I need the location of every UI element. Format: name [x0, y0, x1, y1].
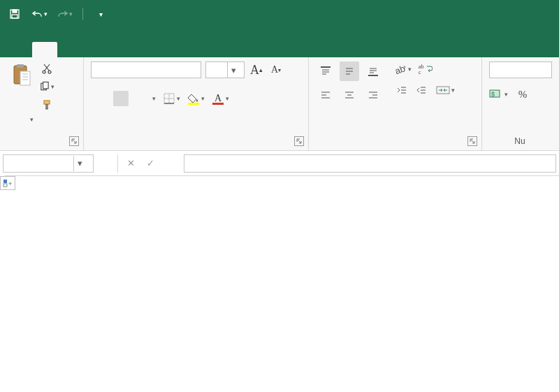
formula-bar: ▾ ✕ ✓: [0, 151, 559, 176]
tab-formulas[interactable]: [108, 42, 133, 57]
font-dialog-launcher[interactable]: [294, 136, 304, 146]
svg-rect-54: [3, 184, 7, 187]
svg-text:A: A: [215, 93, 222, 103]
cancel-formula-icon[interactable]: ✕: [121, 154, 140, 173]
alignment-dialog-launcher[interactable]: [467, 136, 477, 146]
svg-rect-12: [43, 82, 49, 88]
svg-rect-50: [437, 87, 449, 94]
enter-formula-icon[interactable]: ✓: [140, 154, 160, 173]
svg-rect-20: [212, 103, 224, 105]
align-middle-icon[interactable]: [340, 61, 359, 81]
align-bottom-icon[interactable]: [363, 61, 383, 81]
svg-point-10: [48, 71, 51, 73]
svg-rect-18: [188, 103, 199, 105]
tab-help[interactable]: [208, 42, 233, 57]
font-name-input[interactable]: [92, 62, 222, 78]
name-box[interactable]: ▾: [3, 154, 94, 173]
chevron-down-icon[interactable]: ▾: [73, 156, 86, 171]
qat-separator: [82, 8, 83, 20]
insert-function-icon[interactable]: [160, 154, 180, 173]
svg-rect-53: [3, 180, 7, 183]
tab-data[interactable]: [133, 42, 158, 57]
tab-view[interactable]: [183, 42, 208, 57]
svg-text:ab: ab: [394, 63, 407, 75]
borders-button[interactable]: ▾: [163, 92, 180, 105]
percent-style-icon[interactable]: %: [515, 87, 530, 102]
svg-rect-4: [17, 64, 24, 68]
svg-text:+: +: [8, 180, 12, 187]
chevron-down-icon[interactable]: ▾: [227, 62, 240, 78]
ribbon-group-font: ▾ ▾ A▴ A▾ ▾ ▾ ▾ A▾: [84, 57, 309, 150]
underline-button[interactable]: ▾: [136, 91, 156, 106]
cut-icon[interactable]: [39, 61, 55, 75]
shrink-font-icon[interactable]: A▾: [268, 62, 284, 78]
formula-input[interactable]: [184, 154, 556, 173]
font-name-combo[interactable]: ▾: [91, 61, 201, 78]
redo-icon[interactable]: ▾: [57, 6, 73, 22]
autofill-options-icon[interactable]: +: [0, 176, 15, 190]
tab-file[interactable]: [7, 42, 32, 57]
tab-review[interactable]: [158, 42, 183, 57]
paste-button[interactable]: ▾: [29, 116, 34, 123]
tab-page-layout[interactable]: [82, 42, 108, 57]
wrap-text-icon[interactable]: abc: [419, 61, 433, 77]
fill-color-button[interactable]: ▾: [187, 92, 205, 105]
copy-icon[interactable]: ▾: [39, 80, 55, 94]
accounting-format-button[interactable]: $▾: [489, 87, 508, 102]
paste-icon[interactable]: [7, 61, 35, 112]
number-format-combo[interactable]: [489, 61, 552, 78]
quick-access-toolbar: ▾ ▾ ▾: [0, 0, 559, 28]
font-size-combo[interactable]: ▾: [205, 61, 245, 78]
svg-text:c: c: [419, 69, 421, 75]
orientation-button[interactable]: ab▾: [394, 61, 412, 77]
bold-button[interactable]: [91, 91, 106, 106]
ribbon-group-clipboard: ▾ ▾: [0, 57, 84, 150]
tab-home[interactable]: [32, 42, 57, 57]
italic-button[interactable]: [113, 91, 129, 106]
clipboard-dialog-launcher[interactable]: [69, 136, 79, 146]
align-right-icon[interactable]: [363, 85, 383, 105]
ribbon: ▾ ▾ ▾: [0, 57, 559, 151]
save-icon[interactable]: [7, 6, 22, 22]
increase-indent-icon[interactable]: [414, 82, 429, 98]
format-painter-icon[interactable]: [39, 98, 55, 112]
clipboard-group-label: [7, 143, 76, 149]
grow-font-icon[interactable]: A▴: [249, 62, 264, 78]
tab-insert[interactable]: [57, 42, 82, 57]
svg-text:$: $: [491, 91, 495, 98]
ribbon-group-number: $▾ % Nu: [482, 57, 559, 150]
font-group-label: [91, 143, 301, 149]
svg-rect-5: [20, 71, 30, 85]
align-center-icon[interactable]: [340, 85, 359, 105]
alignment-group-label: [316, 143, 474, 149]
name-box-input[interactable]: [3, 158, 73, 169]
align-top-icon[interactable]: [316, 61, 335, 81]
svg-rect-13: [44, 101, 50, 104]
number-group-label: Nu: [489, 133, 552, 149]
font-color-button[interactable]: A▾: [212, 92, 229, 105]
undo-icon[interactable]: ▾: [32, 6, 48, 22]
svg-point-9: [43, 71, 45, 73]
font-size-input[interactable]: [206, 62, 227, 78]
customize-qat-icon[interactable]: ▾: [93, 6, 108, 22]
svg-rect-2: [12, 15, 17, 18]
merge-center-button[interactable]: ▾: [436, 82, 455, 98]
align-left-icon[interactable]: [316, 85, 335, 105]
decrease-indent-icon[interactable]: [394, 82, 409, 98]
ribbon-group-alignment: ab▾ abc ▾: [309, 57, 482, 150]
ribbon-tabbar: [0, 28, 559, 57]
svg-rect-1: [13, 10, 17, 13]
